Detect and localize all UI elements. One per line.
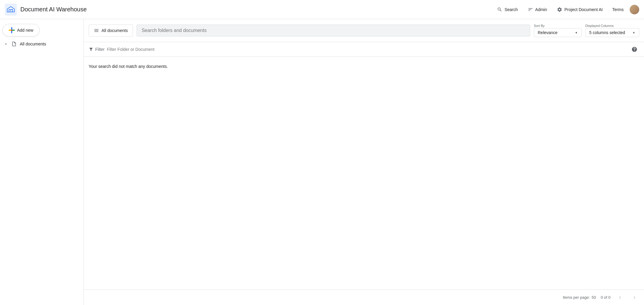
search-icon (497, 7, 503, 13)
filter-label: Filter (89, 47, 104, 52)
search-input[interactable] (137, 25, 530, 36)
sort-by-wrapper: Sort By Relevance ▼ (534, 24, 582, 37)
avatar-image (630, 5, 639, 14)
add-new-button[interactable]: Add new (2, 24, 40, 36)
help-button[interactable] (630, 45, 639, 54)
terms-label: Terms (612, 7, 624, 12)
sort-by-select[interactable]: Relevance ▼ (534, 28, 582, 37)
documents-area: Your search did not match any documents. (84, 57, 644, 289)
displayed-cols-wrapper: Displayed Columns 5 columns selected ▼ (585, 24, 639, 37)
items-per-page: Items per page: 50 (563, 295, 596, 300)
sort-by-value: Relevance (538, 30, 572, 35)
chevron-down-icon: ▼ (575, 31, 578, 34)
app-title: Document AI Warehouse (20, 6, 87, 13)
displayed-cols-value: 5 columns selected (589, 30, 630, 35)
all-documents-label: All documents (101, 28, 128, 33)
admin-icon (528, 7, 534, 13)
filter-row: Filter (84, 42, 644, 57)
sidebar-item-all-documents[interactable]: All documents (0, 39, 79, 49)
filter-input[interactable] (107, 47, 627, 52)
items-per-page-label: Items per page: (563, 295, 590, 300)
displayed-cols-select[interactable]: 5 columns selected ▼ (585, 28, 639, 37)
navbar-actions: Search Admin Project Document AI Terms (493, 4, 639, 15)
plus-icon (9, 27, 15, 33)
content-area: All documents Sort By Relevance ▼ Displa… (84, 19, 644, 305)
project-button[interactable]: Project Document AI (553, 4, 606, 15)
search-label: Search (504, 7, 518, 12)
footer: Items per page: 50 0 of 0 (84, 289, 644, 305)
filter-icon (89, 47, 93, 52)
gear-icon (557, 7, 563, 13)
page-count: 0 of 0 (601, 295, 610, 300)
admin-label: Admin (535, 7, 547, 12)
filter-text: Filter (95, 47, 104, 52)
sort-by-label: Sort By (534, 24, 582, 28)
main-layout: Add new All documents All documents Sort… (0, 19, 644, 305)
search-button[interactable]: Search (493, 4, 521, 15)
chevron-down-icon-2: ▼ (632, 31, 635, 34)
next-page-button[interactable] (630, 293, 639, 302)
chevron-right-icon (4, 42, 8, 46)
search-row: All documents Sort By Relevance ▼ Displa… (84, 19, 644, 42)
document-icon (11, 41, 17, 47)
search-input-wrapper (137, 25, 530, 36)
avatar[interactable] (630, 5, 639, 14)
navbar: Document AI Warehouse Search Admin Proje… (0, 0, 644, 19)
sidebar-item-label: All documents (20, 42, 46, 46)
project-label: Project Document AI (564, 7, 603, 12)
no-results-text: Your search did not match any documents. (89, 62, 639, 71)
terms-button[interactable]: Terms (609, 5, 627, 14)
sidebar: Add new All documents (0, 19, 84, 305)
warehouse-logo-icon (5, 4, 17, 16)
items-per-page-value: 50 (592, 295, 596, 300)
brand: Document AI Warehouse (5, 4, 87, 16)
prev-page-button[interactable] (615, 293, 625, 302)
add-new-label: Add new (17, 28, 33, 33)
admin-button[interactable]: Admin (524, 4, 551, 15)
displayed-cols-label: Displayed Columns (585, 24, 639, 28)
all-documents-button[interactable]: All documents (89, 25, 133, 36)
